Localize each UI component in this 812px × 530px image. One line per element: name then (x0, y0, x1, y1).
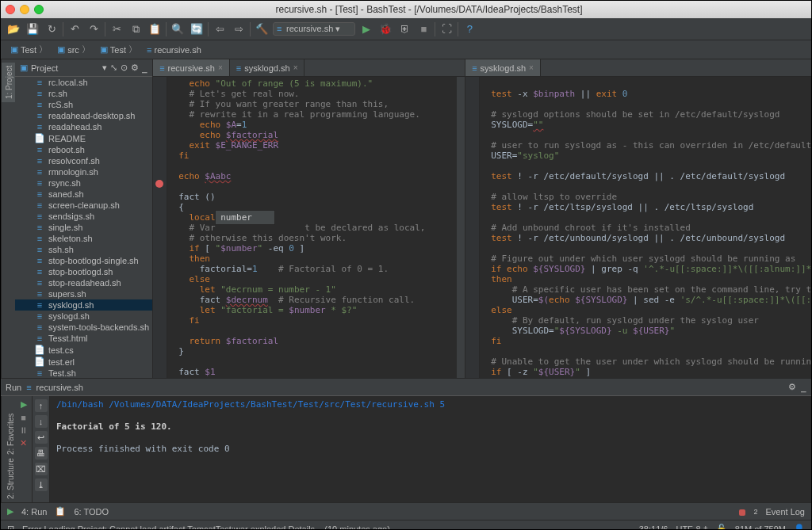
save-icon[interactable]: 💾 (25, 21, 40, 37)
crumb[interactable]: ≡ recursive.sh (144, 44, 205, 56)
sidetab-project[interactable]: 1: Project (2, 63, 15, 102)
tree-item[interactable]: 📄test.erl (15, 356, 152, 368)
stop-icon[interactable]: ■ (21, 413, 26, 422)
zoom-window-button[interactable] (34, 5, 44, 14)
project-tree[interactable]: ≡rc.local.sh≡rc.sh≡rcS.sh≡readahead-desk… (15, 77, 152, 378)
tree-item[interactable]: ≡stop-bootlogd.sh (15, 266, 152, 277)
debug-icon[interactable]: 🐞 (377, 21, 393, 37)
tree-item[interactable]: ≡system-tools-backends.sh (15, 322, 152, 333)
tree-item[interactable]: ≡screen-cleanup.sh (15, 200, 152, 211)
collapse-icon[interactable]: ⤡ (110, 63, 117, 73)
hide-icon[interactable]: ⎯ (142, 63, 147, 73)
tree-item[interactable]: ≡stop-readahead.sh (15, 277, 152, 288)
open-icon[interactable]: 📂 (6, 21, 21, 37)
run-output[interactable]: /bin/bash /Volumes/DATA/IdeaProjects/Bas… (50, 396, 811, 502)
close-tab-icon[interactable]: × (218, 63, 223, 72)
encoding[interactable]: UTF-8 ‡ (676, 524, 707, 531)
tree-item[interactable]: 📄test.cs (15, 344, 152, 356)
minimize-window-button[interactable] (20, 5, 29, 14)
close-icon[interactable]: ✕ (20, 438, 27, 448)
tree-item[interactable]: ≡skeleton.sh (15, 233, 152, 244)
tree-item[interactable]: ≡resolvconf.sh (15, 155, 152, 166)
scroll-map[interactable] (457, 77, 465, 378)
code-editor[interactable]: test -x $binpath || exit 0 # syslogd opt… (488, 77, 812, 378)
editor-gutter[interactable] (465, 77, 480, 378)
run-icon[interactable]: ▶ (358, 21, 374, 37)
bottom-eventlog[interactable]: Event Log (765, 507, 805, 517)
crumb[interactable]: ▣ src 〉 (54, 42, 94, 57)
tree-item[interactable]: ≡readahead-desktop.sh (15, 110, 152, 121)
tree-item[interactable]: ≡Tesst.html (15, 333, 152, 344)
close-window-button[interactable] (6, 5, 15, 14)
down-icon[interactable]: ↓ (35, 415, 48, 428)
paste-icon[interactable]: 📋 (147, 21, 163, 37)
view-mode-icon[interactable]: ▾ (102, 63, 107, 73)
fold-gutter[interactable] (480, 77, 488, 378)
tree-item[interactable]: ≡sysklogd.sh (15, 299, 152, 311)
tree-item[interactable]: ≡reboot.sh (15, 144, 152, 155)
hide-icon[interactable]: ⎯ (801, 383, 806, 392)
undo-icon[interactable]: ↶ (67, 21, 82, 37)
tree-item[interactable]: ≡syslogd.sh (15, 311, 152, 322)
rerun-icon[interactable]: ▶ (21, 399, 27, 410)
tree-item[interactable]: ≡rc.sh (15, 88, 152, 99)
print-icon[interactable]: 🖶 (35, 447, 48, 459)
completion-popup[interactable]: number (215, 210, 275, 225)
memory-indicator[interactable]: 81M of 759M (735, 524, 786, 531)
status-message[interactable]: Error Loading Project: Cannot load artif… (22, 524, 390, 531)
nav-fwd-icon[interactable]: ⇨ (231, 21, 247, 37)
cut-icon[interactable]: ✂ (109, 21, 124, 37)
close-tab-icon[interactable]: × (293, 63, 298, 72)
gear-icon[interactable]: ⚙ (131, 63, 139, 73)
copy-icon[interactable]: ⧉ (128, 21, 144, 37)
coverage-icon[interactable]: ⛨ (396, 21, 412, 37)
replace-icon[interactable]: 🔄 (189, 21, 205, 37)
tree-item[interactable]: ≡single.sh (15, 222, 152, 233)
bottom-run[interactable]: 4: Run (21, 507, 47, 517)
target-icon[interactable]: ⊙ (121, 63, 128, 73)
tree-item[interactable]: ≡readahead.sh (15, 121, 152, 132)
tree-item[interactable]: ≡rmnologin.sh (15, 166, 152, 177)
gear-icon[interactable]: ⚙ (788, 382, 796, 392)
editor-tab[interactable]: ≡sysklogd.sh× (465, 59, 541, 76)
run-config-selector[interactable]: recursive.sh ▾ (273, 22, 355, 36)
clear-icon[interactable]: ⌧ (35, 463, 48, 475)
softwrap-icon[interactable]: ↩ (35, 431, 48, 444)
up-icon[interactable]: ↑ (35, 399, 48, 412)
help-icon[interactable]: ? (462, 21, 477, 37)
breakpoint-icon[interactable] (155, 180, 163, 188)
readonly-icon[interactable]: 🔓 (716, 524, 727, 530)
nav-back-icon[interactable]: ⇦ (212, 21, 228, 37)
tree-item[interactable]: ≡supers.sh (15, 288, 152, 299)
editor-tab[interactable]: ≡recursive.sh× (153, 59, 230, 76)
redo-icon[interactable]: ↷ (86, 21, 102, 37)
structure-icon[interactable]: ⛶ (439, 21, 454, 37)
stop-icon[interactable]: ■ (416, 21, 431, 37)
tree-item[interactable]: ≡ssh.sh (15, 244, 152, 255)
toolwindow-toggle-icon[interactable]: ⊡ (7, 524, 14, 530)
build-icon[interactable]: 🔨 (254, 21, 270, 37)
scroll-icon[interactable]: ⤓ (35, 479, 48, 491)
hector-icon[interactable]: 👤 (794, 524, 805, 530)
sync-icon[interactable]: ↻ (44, 21, 59, 37)
tree-item[interactable]: ≡sendsigs.sh (15, 211, 152, 222)
sidetab-favorites[interactable]: 2: Favorites (2, 414, 15, 455)
editor-gutter[interactable] (153, 77, 167, 378)
caret-position[interactable]: 38:11/6 (639, 524, 668, 531)
tree-item[interactable]: ≡rsync.sh (15, 177, 152, 189)
sidetab-structure[interactable]: 2: Structure (2, 458, 15, 499)
code-editor[interactable]: echo "Out of range (5 is maximum)." # Le… (175, 77, 457, 378)
find-icon[interactable]: 🔍 (170, 21, 186, 37)
run-tab[interactable]: recursive.sh (36, 383, 83, 392)
pause-icon[interactable]: ⏸ (19, 425, 28, 435)
close-tab-icon[interactable]: × (529, 63, 534, 72)
tree-item[interactable]: ≡saned.sh (15, 189, 152, 200)
tree-item[interactable]: ≡Test.sh (15, 368, 152, 378)
tree-item[interactable]: ≡rcS.sh (15, 99, 152, 110)
editor-tab[interactable]: ≡sysklogd.sh× (230, 59, 305, 76)
bottom-todo[interactable]: 6: TODO (74, 507, 109, 517)
tree-item[interactable]: ≡stop-bootlogd-single.sh (15, 255, 152, 266)
crumb[interactable]: ▣ Test 〉 (97, 42, 140, 57)
tree-item[interactable]: 📄README (15, 132, 152, 144)
crumb[interactable]: ▣ Test 〉 (7, 42, 51, 57)
